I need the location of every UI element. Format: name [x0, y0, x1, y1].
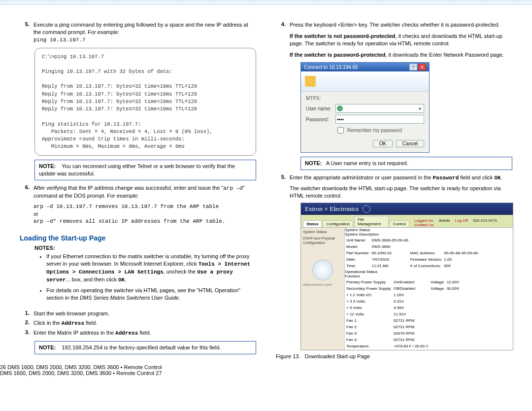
- step-body: Execute a ping command by entering ping …: [33, 21, 256, 44]
- brand-b: Electronics: [330, 205, 358, 213]
- step-body: Press the keyboard <Enter> key. The swit…: [290, 21, 512, 58]
- notes-list: If your Ethernet connection to the matri…: [46, 253, 256, 301]
- username-label: User name:: [306, 106, 335, 111]
- footer-left: 26 DMS 1600, DMS 2000, DMS 3200, DMS 360…: [0, 364, 532, 370]
- ok-button[interactable]: OK: [373, 140, 393, 147]
- tab-control[interactable]: Control: [390, 220, 409, 227]
- step-6: 6. After verifying that the IP address c…: [20, 184, 256, 225]
- tab-configuration[interactable]: Configuration: [323, 220, 353, 227]
- dialog-buttons: OK Cancel: [306, 140, 424, 147]
- lock-key-icon: [305, 76, 316, 87]
- password-row: Password:: [306, 115, 424, 124]
- panel-opstatus: Operational Status Function Primary Powe…: [345, 270, 479, 350]
- sysinfo-table: Unit Name:DMS-3600-05-D0-66 Model:DMS 36…: [345, 237, 479, 270]
- step-4: 4. Press the keyboard <Enter> key. The s…: [276, 21, 512, 58]
- footer-text-left: DMS 1600, DMS 2000, DMS 3200, DMS 3600 •…: [7, 364, 162, 370]
- step-number: 6.: [20, 184, 33, 225]
- status-title: System Status: [345, 228, 479, 232]
- username-field[interactable]: ▾: [335, 104, 424, 113]
- tab-file-management[interactable]: File Management: [354, 216, 389, 227]
- tabs-right-area: Logged on: Admin Log Off 800.633.9876 Co…: [410, 218, 511, 227]
- note-label: NOTE:: [305, 160, 322, 166]
- step-number: 4.: [276, 21, 290, 58]
- section-heading: Loading the Start-up Page: [20, 234, 256, 242]
- step-5: 5. Execute a ping command by entering pi…: [20, 21, 256, 44]
- page-number-left: 26: [0, 364, 6, 370]
- notes-label: NOTES:: [34, 245, 256, 251]
- dialog-titlebar: Connect to 10.13.194.65 ? X: [301, 63, 429, 71]
- remember-checkbox[interactable]: [337, 127, 344, 134]
- note-reconnect: NOTE: You can reconnect using either Tel…: [34, 160, 256, 180]
- note-bullet-proxy: If your Ethernet connection to the matri…: [46, 253, 256, 283]
- brand-a: Extron: [305, 205, 322, 213]
- or-text: or: [33, 211, 38, 217]
- footer-text-right: DMS 1600, DMS 2000, DMS 3200, DMS 3600 •…: [0, 370, 154, 376]
- contact-link[interactable]: Contact Us: [414, 223, 434, 227]
- step-number: 5.: [276, 174, 290, 200]
- step-body: Enter the Matrix IP address in the Addre…: [33, 329, 256, 337]
- note-bullet-guide: For details on operating the switcher vi…: [46, 287, 256, 302]
- figure-label: Figure 13.: [276, 353, 300, 359]
- connect-dialog: Connect to 10.13.194.65 ? X MTPX: User n…: [300, 62, 430, 153]
- arp-line-1: arp –d 10.13.197.7 removes 10.13.197.7 f…: [33, 204, 219, 209]
- logoff-link[interactable]: Log Off: [455, 218, 468, 223]
- sysinfo-header: System Description: [345, 232, 479, 237]
- password-label: Password:: [306, 117, 335, 122]
- chevron-down-icon[interactable]: ▾: [417, 106, 423, 111]
- panel-sysinfo: System Description Unit Name:DMS-3600-05…: [345, 232, 479, 270]
- phone-number: 800.633.9876: [473, 218, 497, 223]
- tab-status[interactable]: Status: [303, 220, 322, 227]
- page-number-right: 27: [156, 370, 162, 376]
- page-spread: 5. Execute a ping command by entering pi…: [0, 4, 532, 364]
- left-column: 5. Execute a ping command by entering pi…: [20, 19, 256, 359]
- note-text: 192.168.254.254 is the factory-specified…: [62, 344, 221, 350]
- opstatus-header: Operational Status: [345, 270, 479, 274]
- step-number: 3.: [20, 329, 33, 337]
- server-label: MTPX:: [306, 96, 424, 101]
- step-text: Execute a ping command by entering ping …: [33, 22, 248, 35]
- note-label: NOTE:: [39, 163, 56, 169]
- loggedon-value: Admin: [439, 218, 450, 223]
- step-number: 1.: [20, 310, 33, 317]
- opstatus-body: Function Primary Power Supply:On/Enabled…: [345, 274, 479, 350]
- top-gradient-bar: [0, 0, 532, 4]
- step-body: Click in the Address field.: [33, 319, 256, 327]
- step-3: 3. Enter the Matrix IP address in the Ad…: [20, 329, 256, 337]
- help-icon[interactable]: ?: [409, 64, 417, 70]
- sysinfo-body: Unit Name:DMS-3600-05-D0-66 Model:DMS 36…: [345, 237, 479, 270]
- step-body: After verifying that the IP address chan…: [33, 184, 256, 225]
- extron-screenshot: Extron® Electronics Status Configuration…: [300, 203, 513, 350]
- remember-label: Remember my password: [347, 128, 402, 133]
- extron-logo-icon: [312, 260, 333, 280]
- footer: 26 DMS 1600, DMS 2000, DMS 3200, DMS 360…: [0, 364, 532, 376]
- footer-right: DMS 1600, DMS 2000, DMS 3200, DMS 3600 •…: [0, 370, 532, 376]
- side-link-status[interactable]: System Status: [303, 230, 342, 234]
- step-number: 5.: [20, 21, 33, 44]
- password-field[interactable]: [335, 115, 424, 124]
- user-icon: [337, 105, 343, 111]
- dialog-body: MTPX: User name: ▾ Password: Remember my…: [301, 92, 429, 152]
- username-row: User name: ▾: [306, 104, 424, 113]
- step-5-right: 5. Enter the appropriate administrator o…: [276, 174, 512, 200]
- extron-body: System Status DSVP and Physical Configur…: [301, 228, 513, 350]
- extron-url[interactable]: www.extron.com: [303, 282, 342, 287]
- notes-block: NOTES: If your Ethernet connection to th…: [34, 245, 256, 301]
- note-username: NOTE: A User name entry is not required.: [300, 157, 512, 170]
- close-icon[interactable]: X: [418, 64, 426, 70]
- extron-main: System Status System Description Unit Na…: [345, 228, 479, 350]
- cancel-button[interactable]: Cancel: [396, 140, 424, 147]
- dialog-banner: [301, 71, 429, 92]
- side-link-dsvp[interactable]: DSVP and Physical Configuration: [303, 236, 342, 245]
- note-text: A User name entry is not required.: [326, 160, 408, 166]
- step-1: 1. Start the web browser program.: [20, 310, 256, 317]
- terminal-output: C:\>ping 10.13.197.7 Pinging 10.13.197.7…: [34, 48, 256, 156]
- step-text-a: After verifying that the IP address chan…: [33, 185, 223, 191]
- figure-text: Downloaded Start-up Page: [305, 353, 370, 359]
- step-body: Start the web browser program.: [33, 310, 256, 317]
- step-number: 2.: [20, 319, 33, 327]
- dialog-title: Connect to 10.13.194.65: [304, 65, 409, 70]
- globe-icon: [363, 205, 370, 213]
- arp-line-2: arp –d* removes all static IP addresses …: [33, 218, 225, 224]
- remember-row[interactable]: Remember my password: [335, 126, 424, 135]
- extron-tabs: Status Configuration File Management Con…: [301, 215, 513, 228]
